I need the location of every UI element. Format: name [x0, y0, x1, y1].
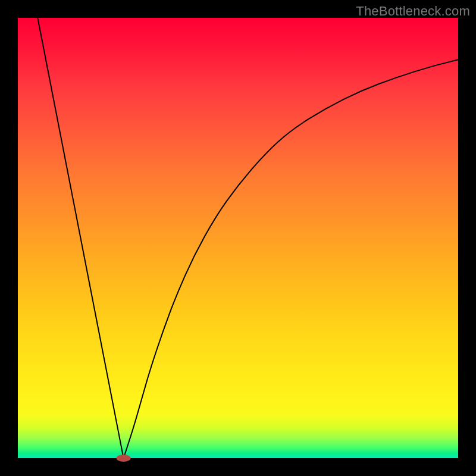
plot-area — [18, 18, 458, 458]
curve-left-arm — [37, 18, 123, 458]
chart-frame: TheBottleneck.com — [0, 0, 476, 476]
watermark-text: TheBottleneck.com — [356, 4, 470, 19]
chart-svg — [18, 18, 458, 458]
curve-right-arm — [124, 60, 458, 458]
vertex-marker — [117, 455, 131, 462]
